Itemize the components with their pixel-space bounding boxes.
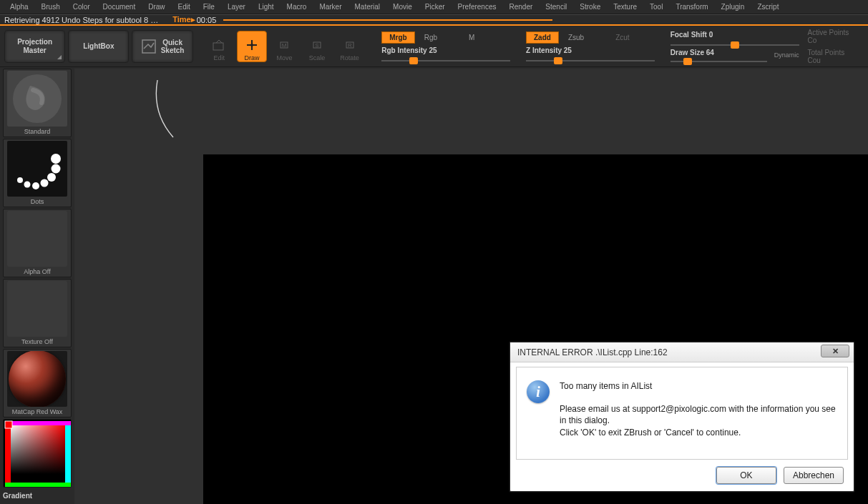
quick-sketch-icon [141, 39, 157, 54]
top-toolbar: Projection Master LightBox Quick Sketch … [0, 26, 868, 67]
gradient-label[interactable]: Gradient [1, 489, 32, 500]
texture-palette[interactable]: Texture Off [3, 279, 72, 347]
quick-sketch-line1: Quick [161, 39, 185, 46]
dialog-ok-button[interactable]: OK [716, 467, 776, 484]
mrgb-toggle[interactable]: Mrgb [381, 31, 414, 44]
material-thumb [7, 351, 67, 407]
error-dialog: INTERNAL ERROR .\IList.cpp Line:162 ✕ i … [509, 342, 854, 492]
menu-macro[interactable]: Macro [281, 1, 313, 12]
rgb-toggle[interactable]: Rgb [416, 31, 445, 44]
menu-render[interactable]: Render [504, 1, 539, 12]
draw-label: Draw [244, 54, 259, 61]
alpha-palette[interactable]: Alpha Off [3, 209, 72, 277]
menu-texture[interactable]: Texture [608, 1, 643, 12]
rgb-intensity-label: Rgb Intensity 25 [381, 46, 510, 56]
menu-zplugin[interactable]: Zplugin [716, 1, 751, 12]
menu-alpha[interactable]: Alpha [4, 1, 34, 12]
color-picker[interactable] [3, 419, 72, 488]
svg-rect-20 [11, 424, 65, 474]
dialog-titlebar[interactable]: INTERNAL ERROR .\IList.cpp Line:162 ✕ [510, 342, 854, 362]
edit-icon [211, 37, 227, 53]
menu-transform[interactable]: Transform [670, 1, 713, 12]
rgb-intensity-slider[interactable]: Rgb Intensity 25 [381, 46, 510, 61]
m-toggle[interactable]: M [461, 31, 482, 44]
dialog-close-button[interactable]: ✕ [821, 345, 849, 357]
zsub-toggle[interactable]: Zsub [560, 31, 592, 44]
svg-point-4 [250, 44, 253, 46]
svg-rect-22 [65, 421, 71, 487]
dialog-title: INTERNAL ERROR .\IList.cpp Line:162 [517, 347, 668, 357]
menu-file[interactable]: File [198, 1, 220, 12]
material-palette[interactable]: MatCap Red Wax [3, 349, 72, 417]
menu-draw[interactable]: Draw [142, 1, 170, 12]
menu-tool[interactable]: Tool [644, 1, 668, 12]
edit-tool[interactable]: Edit [205, 31, 235, 62]
focal-shift-label: Focal Shift 0 [670, 31, 799, 40]
status-message: Retrieving 4912 Undo Steps for subtool 8… [4, 16, 158, 24]
z-intensity-slider[interactable]: Z Intensity 25 [526, 46, 655, 61]
draw-tool[interactable]: Draw [237, 31, 267, 62]
draw-size-label: Draw Size 64 [670, 49, 714, 58]
scale-label: Scale [309, 54, 326, 61]
svg-text:S: S [315, 42, 318, 49]
svg-point-16 [47, 173, 56, 182]
menu-zscript[interactable]: Zscript [751, 1, 784, 12]
close-icon: ✕ [832, 347, 839, 356]
dynamic-toggle[interactable]: Dynamic [774, 51, 799, 59]
draw-icon [244, 37, 260, 53]
draw-size-slider[interactable]: Draw Size 64 Dynamic [670, 49, 799, 62]
svg-rect-21 [5, 421, 11, 487]
projection-master-line2: Master [23, 46, 46, 55]
zcut-toggle[interactable]: Zcut [608, 31, 637, 44]
rotate-tool[interactable]: R Rotate [335, 31, 365, 62]
dialog-headline: Too many items in AIList [560, 380, 837, 392]
info-icon: i [527, 380, 550, 403]
canvas-stroke-mark [153, 77, 253, 149]
scale-tool[interactable]: S Scale [302, 31, 332, 62]
projection-master-line1: Projection [17, 38, 52, 46]
menu-movie[interactable]: Movie [387, 1, 418, 12]
z-intensity-label: Z Intensity 25 [526, 46, 655, 56]
svg-rect-0 [142, 40, 155, 53]
menu-marker[interactable]: Marker [313, 1, 347, 12]
menu-picker[interactable]: Picker [419, 1, 451, 12]
move-tool[interactable]: M Move [270, 31, 300, 62]
dialog-cancel-button[interactable]: Abbrechen [784, 467, 844, 484]
dialog-line2: Please email us at support2@pixologic.co… [560, 403, 837, 426]
svg-point-17 [52, 164, 61, 174]
status-progress [223, 19, 552, 21]
move-label: Move [276, 54, 292, 61]
material-sphere-icon [9, 351, 66, 407]
dropdown-триangle-icon [57, 55, 62, 59]
menu-edit[interactable]: Edit [172, 1, 196, 12]
brush-palette[interactable]: Standard [3, 69, 72, 137]
menu-material[interactable]: Material [349, 1, 386, 12]
dialog-body: i Too many items in AIList Please email … [516, 367, 848, 460]
lightbox-button[interactable]: LightBox [68, 30, 129, 63]
menu-preferences[interactable]: Preferences [452, 1, 502, 12]
menu-stroke[interactable]: Stroke [574, 1, 606, 12]
stroke-thumb [7, 141, 67, 197]
quick-sketch-button[interactable]: Quick Sketch [132, 30, 192, 63]
menu-light[interactable]: Light [253, 1, 280, 12]
projection-master-button[interactable]: Projection Master [4, 30, 65, 63]
svg-rect-24 [5, 483, 71, 487]
focal-shift-slider[interactable]: Focal Shift 0 [670, 31, 799, 46]
alpha-thumb [7, 211, 67, 267]
svg-point-18 [51, 154, 61, 164]
svg-point-13 [24, 182, 31, 188]
svg-text:M: M [282, 42, 287, 49]
status-bar: Retrieving 4912 Undo Steps for subtool 8… [0, 14, 868, 26]
zadd-toggle[interactable]: Zadd [526, 31, 559, 44]
edit-label: Edit [214, 54, 225, 61]
menu-brush[interactable]: Brush [36, 1, 66, 12]
svg-rect-1 [213, 43, 223, 50]
stroke-palette[interactable]: Dots [3, 139, 72, 207]
left-sidebar: Standard Dots Alpha Off Te [0, 69, 74, 504]
menu-layer[interactable]: Layer [222, 1, 251, 12]
menu-document[interactable]: Document [97, 1, 142, 12]
svg-point-15 [41, 179, 49, 187]
menu-stencil[interactable]: Stencil [540, 1, 572, 12]
color-picker-icon [4, 420, 72, 488]
menu-color[interactable]: Color [67, 1, 96, 12]
